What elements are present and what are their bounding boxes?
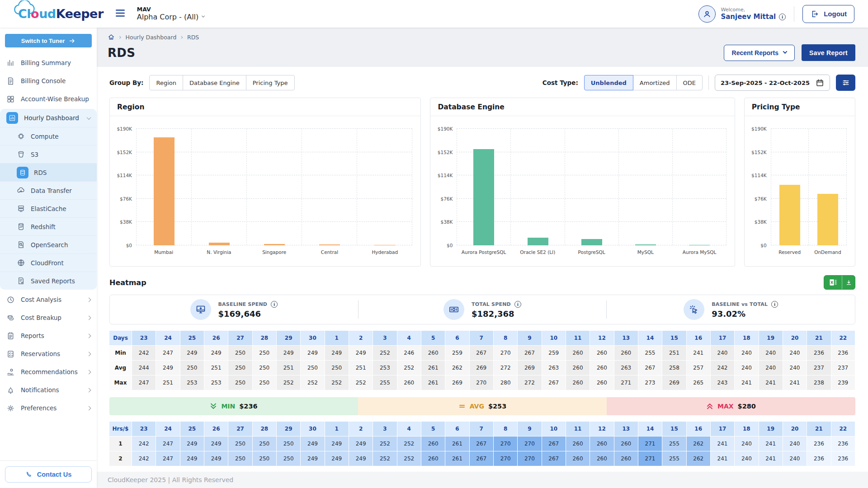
- sidebar-item-cost-analysis[interactable]: Cost Analysis: [0, 291, 97, 309]
- day-column-header: 15: [662, 422, 686, 436]
- info-icon[interactable]: i: [514, 301, 521, 308]
- table-cell: 250: [301, 361, 325, 375]
- table-cell: 270: [494, 346, 518, 361]
- table-cell: 251: [662, 346, 686, 361]
- y-tick-label: $152K: [117, 150, 132, 155]
- chevron-down-icon: [87, 115, 91, 120]
- table-row: Max2472512532532502502522522522522552602…: [109, 375, 855, 390]
- filter-settings-button[interactable]: [836, 75, 855, 91]
- table-cell: 250: [228, 375, 252, 390]
- breadcrumb-rds[interactable]: RDS: [187, 34, 199, 41]
- y-tick-label: $114K: [438, 173, 453, 178]
- info-icon[interactable]: i: [779, 14, 786, 20]
- sidebar-item-billing-console[interactable]: Billing Console: [0, 72, 97, 90]
- sidebar-item-reservations[interactable]: Reservations: [0, 345, 97, 363]
- sidebar-item-recommendations[interactable]: Recommendations: [0, 363, 97, 381]
- table-cell: 238: [807, 375, 831, 390]
- db-chart-icon: [17, 222, 25, 231]
- workspace-selector[interactable]: MAV Alpha Corp - (All): [137, 6, 205, 21]
- cloudkeeper-logo[interactable]: CloudKeeper: [18, 7, 104, 21]
- hamburger-menu-button[interactable]: [114, 7, 126, 20]
- sidebar-item-preferences[interactable]: Preferences: [0, 399, 97, 417]
- cost-type-unblended[interactable]: Unblended: [584, 75, 633, 90]
- group-by-database-engine[interactable]: Database Engine: [183, 75, 246, 90]
- home-icon[interactable]: [108, 33, 115, 41]
- day-column-header: 29: [277, 422, 301, 436]
- cost-clock-icon: [6, 296, 15, 304]
- sidebar-item-redshift[interactable]: Redshift: [0, 217, 97, 235]
- sidebar-item-elasticache[interactable]: ElastiCache: [0, 199, 97, 217]
- sidebar-item-compute[interactable]: Compute: [0, 127, 97, 145]
- breadcrumb-hourly-dashboard[interactable]: Hourly Dashboard: [126, 34, 177, 41]
- download-button[interactable]: [842, 276, 855, 289]
- grid-icon: [6, 95, 15, 103]
- cost-type-ode[interactable]: ODE: [676, 75, 703, 90]
- sidebar-item-cloudfront[interactable]: CloudFront: [0, 253, 97, 272]
- sidebar-item-rds[interactable]: RDS: [0, 163, 97, 181]
- chart-card-region: Region$190K$152K$114K$76K$38K$0MumbaiN. …: [109, 98, 421, 267]
- table-cell: 240: [735, 346, 759, 361]
- cost-type-amortized[interactable]: Amortized: [633, 75, 677, 90]
- sidebar-item-notifications[interactable]: Notifications: [0, 381, 97, 399]
- contact-us-button[interactable]: Contact Us: [5, 466, 92, 483]
- heat-cell: 247: [156, 436, 180, 451]
- row-label: 1: [109, 436, 132, 451]
- heat-cell: 240: [783, 451, 807, 466]
- table-cell: 269: [470, 361, 494, 375]
- group-by-pricing-type[interactable]: Pricing Type: [246, 75, 295, 90]
- sidebar-item-hourly-dashboard[interactable]: Hourly Dashboard: [0, 109, 97, 127]
- heat-cell: 252: [373, 451, 397, 466]
- chip-icon: [17, 132, 25, 141]
- heat-cell: 249: [204, 451, 228, 466]
- sidebar-item-account-wise-breakup[interactable]: Account-Wise Breakup: [0, 90, 97, 108]
- heat-cell: 255: [662, 451, 686, 466]
- table-cell: 260: [590, 375, 614, 390]
- table-cell: 250: [180, 361, 204, 375]
- group-by-region[interactable]: Region: [149, 75, 183, 90]
- sidebar: Switch to Tuner Billing SummaryBilling C…: [0, 28, 97, 488]
- sidebar-item-opensearch[interactable]: OpenSearch: [0, 235, 97, 253]
- save-report-button[interactable]: Save Report: [802, 44, 855, 61]
- table-cell: 259: [542, 346, 566, 361]
- table-cell: 249: [277, 346, 301, 361]
- heat-cell: 249: [325, 436, 349, 451]
- day-column-header: 1: [325, 331, 349, 346]
- recent-reports-button[interactable]: Recent Reports: [724, 45, 795, 61]
- day-column-header: 6: [445, 422, 469, 436]
- day-column-header: 20: [783, 331, 807, 346]
- user-menu[interactable]: Welcome, Sanjeev Mittali: [698, 5, 786, 23]
- heat-cell: 271: [638, 436, 662, 451]
- day-column-header: 3: [373, 331, 397, 346]
- content-panel: Group By: RegionDatabase EnginePricing T…: [97, 67, 868, 472]
- sidebar-item-billing-summary[interactable]: Billing Summary: [0, 54, 97, 72]
- chart-slot: [302, 129, 357, 245]
- date-range-picker[interactable]: 23-Sep-2025 - 22-Oct-2025: [715, 75, 830, 91]
- main-content: › Hourly Dashboard › RDS RDS Recent Repo…: [97, 28, 868, 488]
- table-cell: 272: [494, 361, 518, 375]
- header-divider: [794, 6, 794, 22]
- heatmap-stats: BASELINE SPENDi$169,646TOTAL SPENDi$182,…: [109, 295, 855, 324]
- heat-cell: 252: [397, 436, 421, 451]
- heat-cell: 249: [325, 451, 349, 466]
- sidebar-item-saved-reports[interactable]: Saved Reports: [0, 272, 97, 290]
- sidebar-item-label: Saved Reports: [31, 277, 75, 285]
- table-cell: 250: [228, 361, 252, 375]
- heat-cell: 236: [807, 436, 831, 451]
- excel-export-button[interactable]: [824, 276, 842, 289]
- sidebar-item-cost-breakup[interactable]: Cost Breakup: [0, 309, 97, 327]
- chart-title: Region: [110, 98, 420, 116]
- sidebar-item-reports[interactable]: Reports: [0, 327, 97, 345]
- sidebar-item-data-transfer[interactable]: Data Transfer: [0, 181, 97, 199]
- sidebar-item-s3[interactable]: S3: [0, 145, 97, 163]
- info-icon[interactable]: i: [271, 301, 278, 308]
- table-cell: 263: [614, 361, 638, 375]
- logout-button[interactable]: Logout: [802, 5, 854, 23]
- heat-cell: 260: [566, 436, 590, 451]
- switch-to-tuner-button[interactable]: Switch to Tuner: [5, 34, 92, 47]
- stat-total-spend: TOTAL SPENDi$182,368: [359, 299, 607, 320]
- table-cell: 236: [831, 346, 855, 361]
- table-cell: 269: [518, 361, 542, 375]
- table-cell: 251: [277, 361, 301, 375]
- info-icon[interactable]: i: [771, 301, 778, 308]
- bar-singapore: [264, 244, 285, 245]
